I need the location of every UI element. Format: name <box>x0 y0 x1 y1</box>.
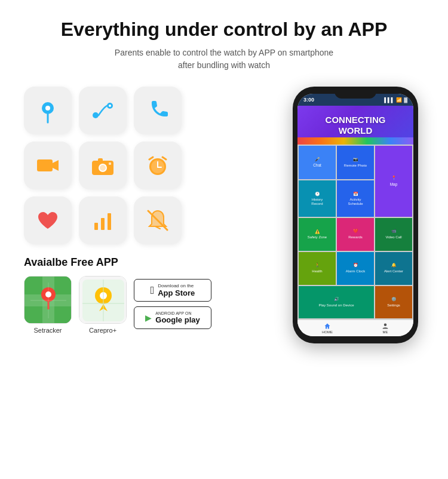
apple-icon:  <box>151 284 155 297</box>
rewards-icon: ❤️ <box>353 229 358 234</box>
alarm-feature-icon <box>134 142 182 189</box>
phone-chat-cell: 🎤 Chat <box>299 146 336 179</box>
phone-schedule-cell: 📅 ActivitySchedule <box>337 180 374 217</box>
appstore-badge[interactable]:  Download on the App Store <box>134 279 211 302</box>
phone-notch <box>335 87 376 99</box>
history-icon: 🕐 <box>315 192 320 196</box>
camera-icon: 📷 <box>353 157 358 162</box>
svg-rect-16 <box>101 218 105 230</box>
heart-feature-icon <box>24 196 72 244</box>
phone-bottom-bar: HOME ME <box>297 320 413 336</box>
svg-point-2 <box>93 112 99 118</box>
setracker-label: Setracker <box>33 327 62 334</box>
svg-rect-10 <box>109 162 111 165</box>
phone-alertcenter-cell: 🔔 Alert Center <box>375 252 412 285</box>
map-icon: 📍 <box>391 176 397 180</box>
video-feature-icon <box>24 142 72 189</box>
bell-off-feature-icon <box>134 196 182 244</box>
svg-point-1 <box>45 106 50 110</box>
health-icon: 🚶 <box>315 263 320 268</box>
carepro-logo <box>79 276 127 324</box>
schedule-icon: 📅 <box>353 192 358 196</box>
settings-icon: ⚙️ <box>391 297 397 302</box>
phone-mockup: 3:00 ▌▌▌ 📶 ▓ CONNECTING WORLD <box>293 87 418 343</box>
phone-map-cell: 📍 Map <box>375 146 412 216</box>
safetyzone-icon: ⚠️ <box>315 229 320 234</box>
setracker-app: Setracker <box>24 276 72 334</box>
phone-screen: 3:00 ▌▌▌ 📶 ▓ CONNECTING WORLD <box>297 94 413 336</box>
phone-time: 3:00 <box>303 97 314 103</box>
phone-banner-rainbow <box>297 137 413 145</box>
svg-rect-9 <box>98 158 103 162</box>
page-subtitle: Parents enable to control the watch by A… <box>115 47 333 72</box>
navigation-feature-icon <box>79 87 127 134</box>
playsound-icon: 🔊 <box>334 297 339 302</box>
alertcenter-icon: 🔔 <box>391 263 397 268</box>
phone-videocall-cell: 📹 Video Call <box>375 218 412 251</box>
camera-feature-icon <box>79 142 127 189</box>
phone-nav-me[interactable]: ME <box>382 323 389 334</box>
phone-banner-text: CONNECTING WORLD <box>326 115 386 136</box>
phone-alarmclock-cell: ⏰ Alarm Clock <box>337 252 374 285</box>
phone-health-cell: 🚶 Health <box>299 252 336 285</box>
phone-feature-icon <box>134 87 182 134</box>
store-badges-container:  Download on the App Store ▶ ANDROID AP… <box>134 279 211 329</box>
phone-safetyzone-cell: ⚠️ Safety Zone <box>299 218 336 251</box>
phone-settings-cell: ⚙️ Settings <box>375 286 412 319</box>
location-feature-icon <box>24 87 72 134</box>
features-icons-grid <box>24 87 281 244</box>
app-logos-section: Setracker <box>24 276 281 334</box>
phone-app-banner: CONNECTING WORLD <box>297 106 413 145</box>
svg-rect-17 <box>108 213 111 230</box>
googleplay-badge[interactable]: ▶ ANDROID APP ON Google play <box>134 306 211 329</box>
phone-status-icons: ▌▌▌ 📶 ▓ <box>384 97 407 103</box>
chat-icon: 🎤 <box>315 157 320 162</box>
appstore-name: App Store <box>158 289 195 297</box>
carepro-label: Carepro+ <box>89 327 116 334</box>
signal-icon: ▌▌▌ <box>384 97 394 103</box>
android-icon: ▶ <box>145 313 152 323</box>
available-app-title: Avaialbe Free APP <box>24 256 281 269</box>
googleplay-name: Google play <box>155 316 200 324</box>
svg-point-36 <box>384 324 387 327</box>
setracker-logo <box>24 276 72 324</box>
battery-icon: ▓ <box>404 97 407 103</box>
page-title: Everything under control by an APP <box>61 18 387 41</box>
phone-rewards-cell: ❤️ Rewards <box>337 218 374 251</box>
phone-mockup-section: 3:00 ▌▌▌ 📶 ▓ CONNECTING WORLD <box>293 87 424 343</box>
videocall-icon: 📹 <box>391 229 397 234</box>
alarmclock-icon: ⏰ <box>353 263 358 268</box>
svg-rect-15 <box>94 223 98 230</box>
svg-point-8 <box>100 165 106 171</box>
phone-playsound-cell: 🔊 Play Sound on Device <box>299 286 374 319</box>
steps-feature-icon <box>79 196 127 244</box>
phone-history-cell: 🕐 HistoryRecord <box>299 180 336 217</box>
phone-nav-home[interactable]: HOME <box>322 323 333 334</box>
svg-point-4 <box>109 105 111 107</box>
wifi-icon: 📶 <box>396 97 402 103</box>
phone-remotephoto-cell: 📷 Remote Photo <box>337 146 374 179</box>
svg-rect-5 <box>37 159 53 171</box>
carepro-app: Carepro+ <box>79 276 127 334</box>
